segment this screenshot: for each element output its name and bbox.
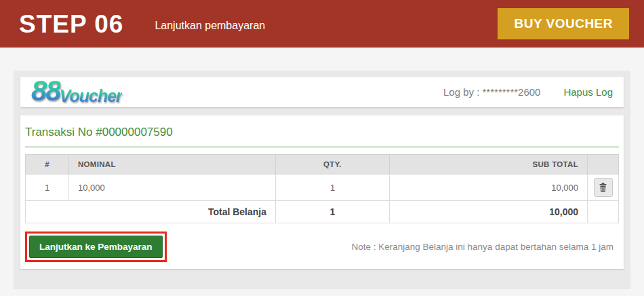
trash-icon (599, 183, 607, 192)
transaction-panel: Transaksi No #00000007590 # NOMINAL QTY.… (20, 115, 624, 269)
cell-index: 1 (26, 174, 69, 201)
cart-note-text: Note : Keranjang Belanja ini hanya dapat… (351, 242, 619, 252)
total-actions-empty (588, 201, 619, 223)
total-belanja-label: Total Belanja (26, 201, 276, 223)
header-index: # (26, 155, 69, 174)
cart-total-row: Total Belanja 1 10,000 (26, 201, 619, 223)
header-actions (588, 155, 619, 174)
delete-item-button[interactable] (594, 178, 613, 197)
logo-part-voucher: Voucher (60, 88, 122, 104)
card-header: 88 Voucher Log by : *********2600 Hapus … (20, 77, 624, 107)
hapus-log-link[interactable]: Hapus Log (563, 86, 613, 98)
header-qty: QTY. (276, 155, 390, 174)
header-subtotal: SUB TOTAL (390, 155, 588, 174)
step-label: STEP 06 (19, 12, 123, 37)
cell-actions (588, 174, 619, 201)
cart-item-row: 1 10,000 1 10,000 (26, 174, 619, 201)
total-subtotal: 10,000 (390, 201, 588, 223)
cart-table-header-row: # NOMINAL QTY. SUB TOTAL (26, 155, 619, 174)
buy-voucher-button[interactable]: BUY VOUCHER (498, 8, 629, 39)
cart-table: # NOMINAL QTY. SUB TOTAL 1 10,000 1 10,0… (25, 154, 619, 223)
cell-subtotal: 10,000 (390, 174, 588, 201)
lanjutkan-ke-pembayaran-button[interactable]: Lanjutkan ke Pembayaran (29, 236, 163, 258)
log-by-masked-account: *********2600 (483, 86, 541, 98)
transaction-number-title: Transaksi No #00000007590 (25, 121, 619, 147)
panel-footer: Lanjutkan ke Pembayaran Note : Keranjang… (25, 232, 619, 263)
cell-qty: 1 (276, 174, 390, 201)
logo-part-88: 88 (31, 78, 60, 104)
88voucher-logo: 88 Voucher (31, 78, 122, 104)
log-by-text: Log by : *********2600 (443, 86, 540, 98)
step-description: Lanjutkan pembayaran (155, 20, 265, 32)
header-nominal: NOMINAL (69, 155, 276, 174)
total-qty: 1 (276, 201, 390, 223)
checkout-card: 88 Voucher Log by : *********2600 Hapus … (14, 71, 630, 289)
log-by-label: Log by : (443, 86, 483, 98)
step-banner: STEP 06 Lanjutkan pembayaran BUY VOUCHER (0, 0, 644, 48)
highlight-box: Lanjutkan ke Pembayaran (25, 232, 167, 262)
cell-nominal: 10,000 (69, 174, 276, 201)
